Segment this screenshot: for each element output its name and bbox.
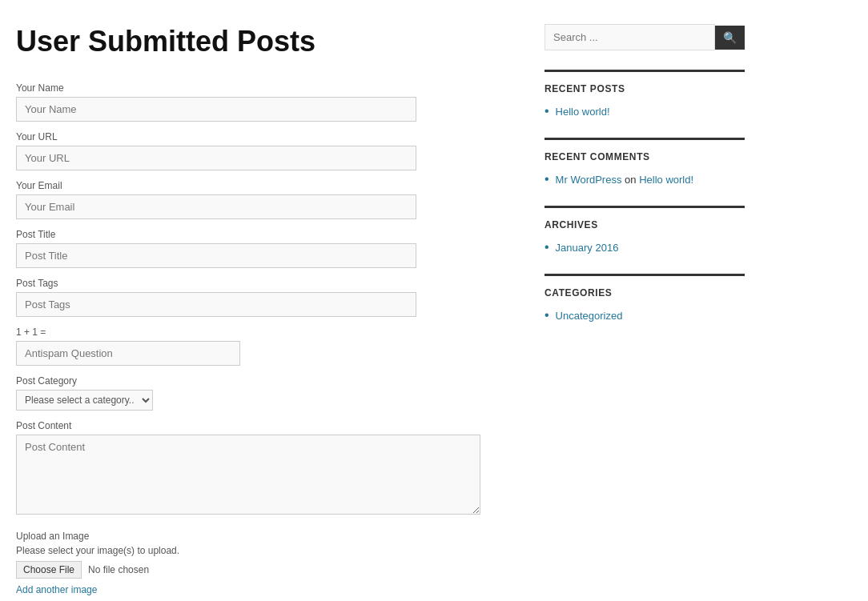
email-group: Your Email xyxy=(16,180,512,219)
url-label: Your URL xyxy=(16,131,512,142)
sidebar: 🔍 RECENT POSTS Hello world! RECENT COMME… xyxy=(545,24,745,596)
category-group: Post Category Please select a category.. xyxy=(16,375,512,411)
submission-form: Your Name Your URL Your Email Post Title… xyxy=(16,82,512,596)
recent-posts-section: RECENT POSTS Hello world! xyxy=(545,70,745,118)
recent-comments-list: Mr WordPress on Hello world! xyxy=(545,172,745,186)
post-tags-input[interactable] xyxy=(16,292,416,317)
recent-post-link[interactable]: Hello world! xyxy=(556,106,610,118)
antispam-group: 1 + 1 = xyxy=(16,327,512,366)
search-button[interactable]: 🔍 xyxy=(715,26,745,50)
comment-on-text: on xyxy=(625,174,639,186)
main-content: User Submitted Posts Your Name Your URL … xyxy=(16,24,512,596)
name-label: Your Name xyxy=(16,82,512,94)
categories-list: Uncategorized xyxy=(545,308,745,323)
email-label: Your Email xyxy=(16,180,512,191)
list-item: Mr WordPress on Hello world! xyxy=(545,172,745,186)
archive-link[interactable]: January 2016 xyxy=(556,242,619,254)
email-input[interactable] xyxy=(16,194,416,219)
search-section: 🔍 xyxy=(545,24,745,50)
file-name-label: No file chosen xyxy=(88,564,149,575)
search-input[interactable] xyxy=(545,24,715,50)
category-link[interactable]: Uncategorized xyxy=(556,310,623,322)
recent-comments-section: RECENT COMMENTS Mr WordPress on Hello wo… xyxy=(545,138,745,186)
choose-file-button[interactable]: Choose File xyxy=(16,561,82,579)
content-label: Post Content xyxy=(16,420,512,431)
categories-title: CATEGORIES xyxy=(545,287,745,298)
comment-text: Mr WordPress on Hello world! xyxy=(556,174,693,186)
page-title: User Submitted Posts xyxy=(16,24,512,58)
post-title-label: Post Title xyxy=(16,229,512,240)
content-input[interactable] xyxy=(16,435,480,515)
url-group: Your URL xyxy=(16,131,512,170)
category-label: Post Category xyxy=(16,375,512,387)
search-icon: 🔍 xyxy=(723,31,737,44)
list-item: Uncategorized xyxy=(545,308,745,323)
upload-subtitle: Please select your image(s) to upload. xyxy=(16,545,512,556)
comment-author-link[interactable]: Mr WordPress xyxy=(556,174,622,186)
archives-title: ARCHIVES xyxy=(545,219,745,230)
list-item: Hello world! xyxy=(545,104,745,118)
content-group: Post Content xyxy=(16,420,512,518)
post-tags-label: Post Tags xyxy=(16,278,512,289)
recent-comments-title: RECENT COMMENTS xyxy=(545,151,745,162)
recent-posts-list: Hello world! xyxy=(545,104,745,118)
name-input[interactable] xyxy=(16,97,416,122)
archives-section: ARCHIVES January 2016 xyxy=(545,206,745,254)
categories-section: CATEGORIES Uncategorized xyxy=(545,274,745,323)
file-input-row: Choose File No file chosen xyxy=(16,561,512,579)
antispam-label: 1 + 1 = xyxy=(16,327,512,338)
add-image-link[interactable]: Add another image xyxy=(16,584,97,595)
category-select[interactable]: Please select a category.. xyxy=(16,390,153,411)
recent-posts-title: RECENT POSTS xyxy=(545,83,745,94)
list-item: January 2016 xyxy=(545,240,745,254)
archives-list: January 2016 xyxy=(545,240,745,254)
antispam-input[interactable] xyxy=(16,341,240,366)
upload-title: Upload an Image xyxy=(16,531,512,542)
name-group: Your Name xyxy=(16,82,512,122)
post-tags-group: Post Tags xyxy=(16,278,512,317)
comment-post-link[interactable]: Hello world! xyxy=(639,174,693,186)
upload-section: Upload an Image Please select your image… xyxy=(16,531,512,596)
post-title-group: Post Title xyxy=(16,229,512,268)
post-title-input[interactable] xyxy=(16,243,416,268)
url-input[interactable] xyxy=(16,146,416,170)
